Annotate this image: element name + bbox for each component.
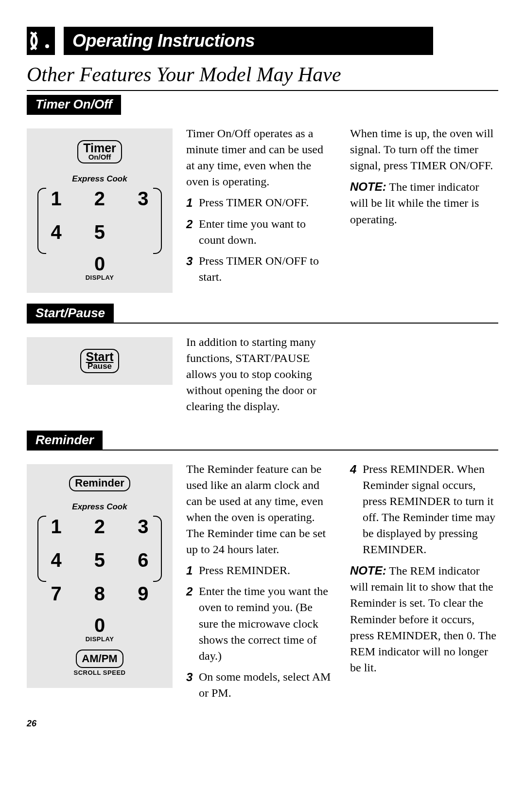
section-reminder: Reminder Reminder Express Cook 1 2 [27, 431, 498, 709]
ampm-button: AM/PM [76, 650, 123, 668]
reminder-intro: The Reminder feature can be used like an… [186, 461, 334, 558]
rkey-3: 3 [138, 516, 148, 538]
section-startpause: Start/Pause Start Pause In addition to s… [27, 304, 498, 431]
timer-note: NOTE: The timer indicator will be lit wh… [350, 179, 498, 227]
rkey-7: 7 [51, 583, 62, 605]
reminder-step3: On some models, select AM or PM. [199, 669, 334, 701]
key-0: 0 [43, 253, 156, 275]
page-title: Operating Instructions [64, 27, 433, 55]
timer-col1: Timer On/Off operates as a minute timer … [186, 126, 334, 293]
timer-step3: Press TIMER ON/OFF to start. [199, 253, 334, 285]
rkey-6: 6 [138, 549, 148, 571]
timer-keypad-panel: Timer On/Off Express Cook 1 2 3 4 5 [27, 128, 173, 293]
page-header: Operating Instructions [27, 27, 498, 55]
rstep-num-1: 1 [186, 562, 196, 578]
reminder-step4: Press REMINDER. When Reminder signal occ… [363, 461, 498, 558]
key-1: 1 [51, 188, 62, 210]
scroll-speed-label: SCROLL SPEED [43, 669, 156, 676]
timer-onoff-button: Timer On/Off [77, 140, 122, 163]
tab-icon [27, 27, 55, 55]
reminder-keypad-panel: Reminder Express Cook 1 2 3 4 5 6 [27, 464, 173, 688]
reminder-button-main: Reminder [75, 478, 124, 488]
startpause-heading: Start/Pause [27, 304, 114, 324]
rstep-num-3: 3 [186, 669, 196, 701]
display-label-2: DISPLAY [43, 635, 156, 643]
step-num-3: 3 [186, 253, 196, 285]
key-4: 4 [51, 221, 62, 243]
timer-para1: When time is up, the oven will signal. T… [350, 126, 498, 174]
reminder-col2: 4Press REMINDER. When Reminder signal oc… [350, 461, 498, 706]
key-5: 5 [94, 221, 105, 243]
reminder-note-text: The REM indicator will remain lit to sho… [350, 564, 496, 674]
reminder-heading: Reminder [27, 431, 103, 451]
key-2: 2 [94, 188, 105, 210]
reminder-note: NOTE: The REM indicator will remain lit … [350, 562, 498, 676]
display-label: DISPLAY [43, 274, 156, 281]
reminder-button: Reminder [69, 476, 130, 491]
page-number: 26 [27, 719, 498, 729]
step-num-2: 2 [186, 216, 196, 248]
startpause-panel: Start Pause [27, 337, 173, 385]
page-subtitle: Other Features Your Model May Have [27, 61, 498, 91]
rkey-8: 8 [94, 583, 105, 605]
keypad-grid-2: 1 2 3 4 5 6 7 8 9 [43, 516, 156, 605]
timer-step1: Press TIMER ON/OFF. [199, 195, 334, 211]
note-label-2: NOTE: [350, 564, 386, 577]
reminder-step2: Enter the time you want the oven to remi… [199, 583, 334, 664]
section-timer: Timer On/Off Timer On/Off Express Cook 1 [27, 95, 498, 304]
rkey-2: 2 [94, 516, 105, 538]
rkey-0: 0 [43, 614, 156, 636]
rkey-1: 1 [51, 516, 62, 538]
keypad-grid: 1 2 3 4 5 [43, 188, 156, 243]
timer-step2: Enter time you want to count down. [199, 216, 334, 248]
startpause-col1: In addition to starting many functions, … [186, 334, 334, 420]
startpause-text: In addition to starting many functions, … [186, 334, 334, 415]
rkey-4: 4 [51, 549, 62, 571]
key-3: 3 [138, 188, 148, 210]
svg-point-1 [45, 44, 49, 48]
reminder-step1: Press REMINDER. [199, 562, 334, 578]
timer-col2: When time is up, the oven will signal. T… [350, 126, 498, 293]
express-cook-label: Express Cook [43, 174, 156, 184]
timer-heading: Timer On/Off [27, 95, 121, 115]
timer-intro: Timer On/Off operates as a minute timer … [186, 126, 334, 190]
reminder-col1: The Reminder feature can be used like an… [186, 461, 334, 706]
express-cook-label-2: Express Cook [43, 502, 156, 512]
manual-page: Operating Instructions Other Features Yo… [0, 0, 525, 743]
rkey-5: 5 [94, 549, 105, 571]
rstep-num-2: 2 [186, 583, 196, 664]
note-label: NOTE: [350, 180, 386, 193]
step-num-1: 1 [186, 195, 196, 211]
start-button-sub: Pause [86, 362, 114, 370]
rkey-9: 9 [138, 583, 148, 605]
start-pause-button: Start Pause [80, 349, 120, 373]
rstep-num-4: 4 [350, 461, 360, 558]
